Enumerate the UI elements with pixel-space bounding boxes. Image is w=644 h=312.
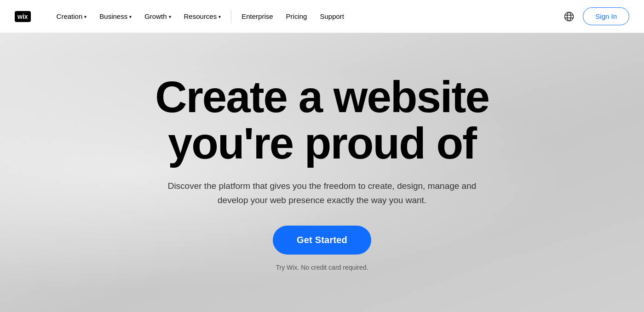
nav-label-resources: Resources [184, 12, 217, 20]
chevron-down-icon: ▾ [84, 14, 86, 19]
nav-menu: Creation ▾ Business ▾ Growth ▾ Resources… [50, 9, 563, 24]
navbar-right: Sign In [563, 7, 629, 25]
chevron-down-icon: ▾ [218, 14, 221, 19]
get-started-button[interactable]: Get Started [273, 226, 371, 255]
nav-item-pricing[interactable]: Pricing [280, 9, 314, 24]
hero-title: Create a website you're proud of [155, 74, 489, 167]
wix-logo-text: wix [15, 11, 32, 22]
globe-icon[interactable] [563, 10, 575, 23]
signin-button[interactable]: Sign In [583, 7, 629, 25]
chevron-down-icon: ▾ [129, 14, 132, 19]
nav-label-creation: Creation [57, 12, 83, 20]
navbar: wix Creation ▾ Business ▾ Growth ▾ Resou… [0, 0, 644, 33]
nav-item-creation[interactable]: Creation ▾ [50, 9, 93, 24]
wix-logo-box: wix [15, 11, 31, 22]
nav-item-business[interactable]: Business ▾ [93, 9, 138, 24]
nav-label-pricing: Pricing [286, 12, 307, 20]
nav-label-support: Support [320, 12, 344, 20]
svg-point-1 [567, 12, 571, 21]
hero-subtitle: Discover the platform that gives you the… [166, 179, 478, 207]
nav-label-enterprise: Enterprise [242, 12, 273, 20]
hero-content: Create a website you're proud of Discove… [155, 74, 489, 271]
nav-item-resources[interactable]: Resources ▾ [178, 9, 228, 24]
hero-section: Create a website you're proud of Discove… [0, 33, 644, 312]
hero-title-line2: you're proud of [168, 119, 476, 168]
hero-title-line1: Create a website [155, 72, 489, 121]
nav-item-enterprise[interactable]: Enterprise [235, 9, 279, 24]
nav-item-support[interactable]: Support [313, 9, 351, 24]
chevron-down-icon: ▾ [169, 14, 171, 19]
nav-label-growth: Growth [144, 12, 167, 20]
nav-item-growth[interactable]: Growth ▾ [138, 9, 177, 24]
hero-note: Try Wix. No credit card required. [276, 264, 368, 271]
nav-divider [231, 10, 231, 23]
nav-label-business: Business [99, 12, 127, 20]
svg-point-0 [565, 12, 574, 21]
logo[interactable]: wix [15, 11, 32, 22]
